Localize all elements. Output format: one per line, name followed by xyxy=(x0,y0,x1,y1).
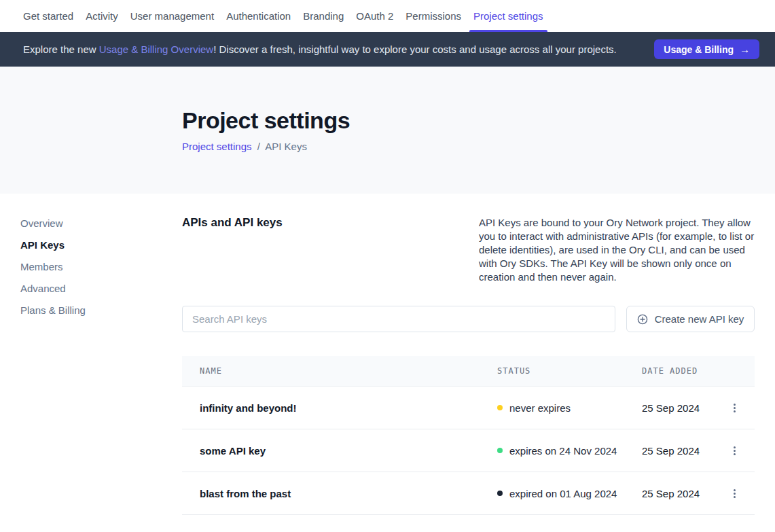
arrow-right-icon: → xyxy=(740,43,750,55)
tab-authentication[interactable]: Authentication xyxy=(226,0,291,32)
table-header-row: NAME STATUS DATE ADDED xyxy=(182,356,755,387)
table-row: some API key expires on 24 Nov 2024 25 S… xyxy=(182,429,755,472)
api-keys-table: NAME STATUS DATE ADDED infinity and beyo… xyxy=(182,356,755,515)
tab-permissions[interactable]: Permissions xyxy=(405,0,461,32)
column-header-status: STATUS xyxy=(497,366,642,376)
usage-billing-button-label: Usage & Billing xyxy=(664,44,734,55)
content-area: Overview API Keys Members Advanced Plans… xyxy=(0,194,775,515)
api-key-name: blast from the past xyxy=(182,488,497,499)
status-text: expired on 01 Aug 2024 xyxy=(509,488,617,499)
tab-oauth2[interactable]: OAuth 2 xyxy=(356,0,393,32)
settings-sidebar: Overview API Keys Members Advanced Plans… xyxy=(0,216,182,515)
create-api-key-button[interactable]: Create new API key xyxy=(626,306,755,332)
banner-text-after: ! Discover a fresh, insightful way to ex… xyxy=(213,43,617,55)
usage-billing-overview-link[interactable]: Usage & Billing Overview xyxy=(99,43,213,55)
table-row: blast from the past expired on 01 Aug 20… xyxy=(182,472,755,515)
status-dot xyxy=(497,491,503,496)
tab-get-started[interactable]: Get started xyxy=(23,0,73,32)
breadcrumb-current: API Keys xyxy=(265,141,307,152)
api-keys-main: APIs and API keys API Keys are bound to … xyxy=(182,216,755,515)
column-header-date-added: DATE ADDED xyxy=(642,366,714,376)
section-heading: APIs and API keys xyxy=(182,216,283,284)
sidebar-item-members[interactable]: Members xyxy=(20,260,182,274)
top-navigation: Get started Activity User management Aut… xyxy=(0,0,775,32)
breadcrumb: Project settings / API Keys xyxy=(182,141,775,152)
api-key-date-added: 25 Sep 2024 xyxy=(642,402,714,414)
status-text: expires on 24 Nov 2024 xyxy=(509,445,617,457)
api-key-date-added: 25 Sep 2024 xyxy=(642,488,714,499)
sidebar-item-api-keys[interactable]: API Keys xyxy=(20,238,182,252)
breadcrumb-separator: / xyxy=(257,141,260,152)
row-kebab-menu-icon[interactable] xyxy=(730,400,739,416)
sidebar-item-advanced[interactable]: Advanced xyxy=(20,281,182,296)
api-key-name: some API key xyxy=(182,445,497,457)
api-keys-toolbar: Create new API key xyxy=(182,306,755,332)
row-kebab-menu-icon[interactable] xyxy=(730,443,739,459)
tab-user-management[interactable]: User management xyxy=(130,0,214,32)
plus-circle-icon xyxy=(637,314,648,325)
section-intro: APIs and API keys API Keys are bound to … xyxy=(182,216,755,284)
usage-billing-banner: Explore the new Usage & Billing Overview… xyxy=(0,32,775,67)
create-api-key-label: Create new API key xyxy=(655,313,744,325)
status-dot xyxy=(497,405,503,410)
banner-message: Explore the new Usage & Billing Overview… xyxy=(23,43,654,55)
api-key-date-added: 25 Sep 2024 xyxy=(642,445,714,457)
api-key-status: expired on 01 Aug 2024 xyxy=(497,488,642,499)
usage-billing-button[interactable]: Usage & Billing → xyxy=(654,39,759,59)
breadcrumb-project-settings-link[interactable]: Project settings xyxy=(182,141,252,152)
sidebar-item-plans-billing[interactable]: Plans & Billing xyxy=(20,303,182,317)
tab-project-settings[interactable]: Project settings xyxy=(473,0,543,32)
api-key-status: never expires xyxy=(497,402,642,414)
tab-branding[interactable]: Branding xyxy=(303,0,344,32)
search-input[interactable] xyxy=(182,306,615,332)
tab-activity[interactable]: Activity xyxy=(86,0,118,32)
sidebar-item-overview[interactable]: Overview xyxy=(20,216,182,230)
banner-text-before: Explore the new xyxy=(23,43,99,55)
table-row: infinity and beyond! never expires 25 Se… xyxy=(182,387,755,429)
status-text: never expires xyxy=(509,402,571,414)
api-key-name: infinity and beyond! xyxy=(182,402,497,414)
page-title: Project settings xyxy=(182,107,775,134)
section-description: API Keys are bound to your Ory Network p… xyxy=(479,216,755,284)
column-header-name: NAME xyxy=(182,366,497,376)
api-key-status: expires on 24 Nov 2024 xyxy=(497,445,642,457)
row-kebab-menu-icon[interactable] xyxy=(730,486,739,501)
page-header: Project settings Project settings / API … xyxy=(0,67,775,194)
status-dot xyxy=(497,448,503,453)
